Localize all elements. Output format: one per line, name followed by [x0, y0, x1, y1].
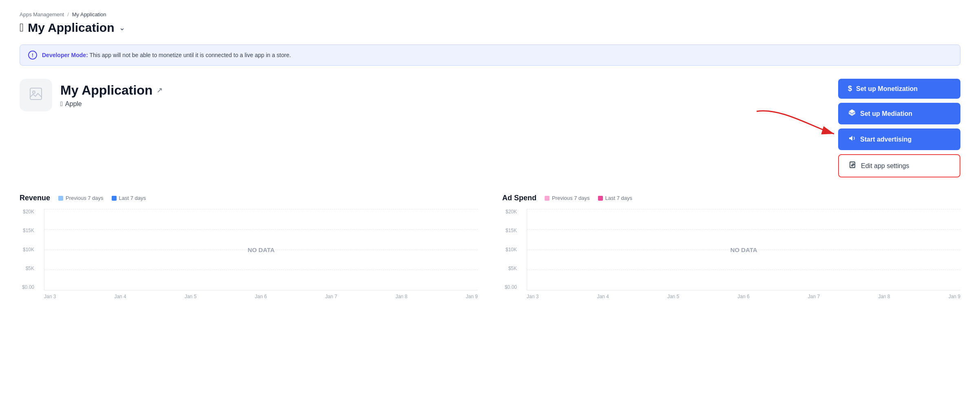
ad-spend-x-jan6: Jan 6 — [737, 294, 749, 299]
revenue-x-jan7: Jan 7 — [325, 294, 337, 299]
revenue-x-jan4: Jan 4 — [114, 294, 126, 299]
ad-spend-chart-header: Ad Spend Previous 7 days Last 7 days — [502, 194, 960, 202]
ad-spend-y-5k: $5K — [505, 266, 517, 271]
ad-spend-x-labels: Jan 3 Jan 4 Jan 5 Jan 6 Jan 7 Jan 8 Jan … — [527, 294, 960, 299]
svg-rect-0 — [30, 88, 42, 100]
revenue-x-jan6: Jan 6 — [255, 294, 267, 299]
ad-spend-x-jan7: Jan 7 — [808, 294, 820, 299]
ad-spend-prev-dot — [545, 196, 550, 201]
revenue-y-0: $0.00 — [22, 284, 34, 290]
apple-platform-icon:  — [60, 100, 63, 108]
revenue-chart: Revenue Previous 7 days Last 7 days $20K… — [20, 194, 478, 299]
revenue-last-label: Last 7 days — [119, 195, 146, 201]
charts-section: Revenue Previous 7 days Last 7 days $20K… — [20, 194, 960, 299]
edit-app-settings-button[interactable]: Edit app settings — [838, 154, 960, 177]
ad-spend-y-labels: $20K $15K $10K $5K $0.00 — [505, 209, 517, 290]
info-icon: ! — [28, 51, 37, 60]
setup-mediation-button[interactable]: Set up Mediation — [838, 103, 960, 124]
ad-spend-x-jan8: Jan 8 — [878, 294, 890, 299]
svg-point-1 — [33, 91, 35, 93]
annotation-arrow — [748, 103, 838, 144]
monetization-label: Set up Monetization — [856, 85, 918, 93]
app-name-section: My Application ↗  Apple — [60, 83, 163, 108]
gridline-4 — [44, 270, 478, 270]
revenue-last-dot — [112, 196, 117, 201]
as-gridline-4 — [527, 270, 960, 270]
ad-spend-chart: Ad Spend Previous 7 days Last 7 days $20… — [502, 194, 960, 299]
developer-mode-banner: ! Developer Mode: This app will not be a… — [20, 44, 960, 66]
layers-icon — [848, 109, 856, 119]
ad-spend-x-jan3: Jan 3 — [527, 294, 539, 299]
revenue-x-jan8: Jan 8 — [395, 294, 407, 299]
app-name-row: My Application ↗ — [60, 83, 163, 98]
mediation-label: Set up Mediation — [860, 110, 912, 117]
page-title: My Application — [28, 21, 114, 35]
advertising-label: Start advertising — [860, 136, 912, 143]
ad-spend-chart-title: Ad Spend — [502, 194, 536, 202]
ad-spend-x-jan4: Jan 4 — [597, 294, 609, 299]
edit-icon — [849, 161, 857, 171]
megaphone-icon — [848, 134, 856, 144]
revenue-chart-area: $20K $15K $10K $5K $0.00 NO DATA — [44, 209, 478, 290]
revenue-prev-label: Previous 7 days — [66, 195, 104, 201]
ad-spend-y-20k: $20K — [505, 209, 517, 215]
revenue-chart-wrapper: $20K $15K $10K $5K $0.00 NO DATA — [20, 209, 478, 299]
app-name: My Application — [60, 83, 152, 98]
ad-spend-last-dot — [598, 196, 603, 201]
breadcrumb-current: My Application — [72, 11, 106, 18]
revenue-y-15k: $15K — [22, 228, 34, 233]
start-advertising-button[interactable]: Start advertising — [838, 128, 960, 150]
revenue-x-labels: Jan 3 Jan 4 Jan 5 Jan 6 Jan 7 Jan 8 Jan … — [44, 294, 478, 299]
revenue-legend-last: Last 7 days — [112, 195, 146, 201]
revenue-x-jan3: Jan 3 — [44, 294, 56, 299]
as-gridline-2 — [527, 229, 960, 230]
page-wrapper: Apps Management / My Application  My Ap… — [0, 0, 980, 412]
ad-spend-legend-prev: Previous 7 days — [545, 195, 590, 201]
revenue-x-jan5: Jan 5 — [185, 294, 196, 299]
breadcrumb-parent[interactable]: Apps Management — [20, 11, 64, 18]
dollar-icon: $ — [848, 84, 852, 93]
setup-monetization-button[interactable]: $ Set up Monetization — [838, 79, 960, 99]
ad-spend-last-label: Last 7 days — [605, 195, 633, 201]
external-link-icon[interactable]: ↗ — [157, 86, 163, 95]
chevron-down-icon[interactable]: ⌄ — [119, 23, 125, 32]
app-header: My Application ↗  Apple — [20, 79, 960, 177]
as-gridline-1 — [527, 209, 960, 209]
ad-spend-y-15k: $15K — [505, 228, 517, 233]
gridline-2 — [44, 229, 478, 230]
action-buttons: $ Set up Monetization Set up Mediation — [838, 79, 960, 177]
banner-label: Developer Mode: — [42, 52, 88, 58]
revenue-prev-dot — [58, 196, 63, 201]
revenue-y-5k: $5K — [22, 266, 34, 271]
banner-message: This app will not be able to monetize un… — [88, 52, 291, 58]
app-platform-row:  Apple — [60, 100, 163, 108]
app-platform: Apple — [65, 100, 82, 108]
revenue-y-20k: $20K — [22, 209, 34, 215]
revenue-chart-title: Revenue — [20, 194, 50, 202]
ad-spend-x-jan5: Jan 5 — [667, 294, 679, 299]
ad-spend-chart-area: $20K $15K $10K $5K $0.00 NO DATA — [527, 209, 960, 290]
revenue-y-labels: $20K $15K $10K $5K $0.00 — [22, 209, 34, 290]
ad-spend-x-jan9: Jan 9 — [949, 294, 960, 299]
breadcrumb: Apps Management / My Application — [20, 11, 960, 18]
edit-settings-label: Edit app settings — [861, 162, 909, 170]
app-info: My Application ↗  Apple — [20, 79, 163, 111]
page-title-row:  My Application ⌄ — [20, 21, 960, 35]
revenue-no-data: NO DATA — [247, 246, 274, 253]
revenue-y-10k: $10K — [22, 247, 34, 253]
revenue-legend-prev: Previous 7 days — [58, 195, 104, 201]
banner-text: Developer Mode: This app will not be abl… — [42, 52, 291, 58]
ad-spend-y-10k: $10K — [505, 247, 517, 253]
gridline-1 — [44, 209, 478, 209]
action-buttons-container: $ Set up Monetization Set up Mediation — [838, 79, 960, 177]
app-icon-box — [20, 79, 52, 111]
revenue-chart-header: Revenue Previous 7 days Last 7 days — [20, 194, 478, 202]
ad-spend-prev-label: Previous 7 days — [552, 195, 590, 201]
apple-logo-icon:  — [20, 21, 24, 34]
ad-spend-no-data: NO DATA — [730, 246, 757, 253]
breadcrumb-separator: / — [67, 11, 69, 18]
ad-spend-y-0: $0.00 — [505, 284, 517, 290]
app-image-placeholder-icon — [29, 86, 43, 104]
revenue-x-jan9: Jan 9 — [466, 294, 478, 299]
ad-spend-chart-wrapper: $20K $15K $10K $5K $0.00 NO DATA — [502, 209, 960, 299]
